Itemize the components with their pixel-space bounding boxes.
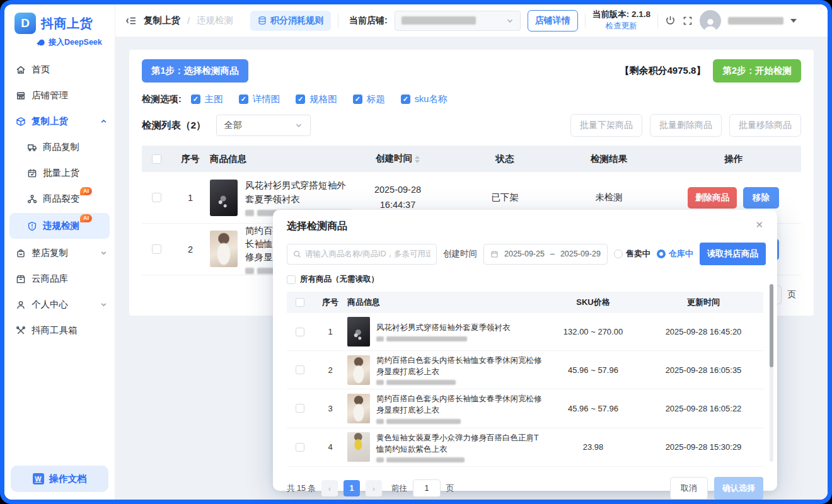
version-label: 当前版本: 2.1.8 xyxy=(592,9,650,21)
batch-remove-button[interactable]: 批量移除商品 xyxy=(729,114,801,137)
batch-delete-button[interactable]: 批量删除商品 xyxy=(650,114,722,137)
checkbox[interactable] xyxy=(239,94,248,104)
version-block: 当前版本: 2.1.8 检查更新 xyxy=(592,9,650,32)
batch-unshelve-button[interactable]: 批量下架商品 xyxy=(570,114,642,137)
radio-icon[interactable] xyxy=(614,249,623,258)
status-text: 已下架 xyxy=(458,192,552,203)
col-header-index: 序号 xyxy=(313,297,347,308)
points-rule-label: 积分消耗规则 xyxy=(270,15,323,26)
caret-down-icon[interactable] xyxy=(790,19,797,23)
sort-icon[interactable] xyxy=(415,156,420,163)
table-row: 1 风花衬衫男式穿搭短袖外套夏季领衬衣 132.00 ~ 270.00 2025… xyxy=(287,313,763,351)
option-detail-image[interactable]: 详情图 xyxy=(239,93,280,105)
updated-time: 2025-09-28 16:45:20 xyxy=(644,327,763,336)
network-icon xyxy=(27,194,37,204)
sidebar-item-label: 商品裂变AI xyxy=(43,193,79,205)
sidebar: D 抖商上货 接入DeepSeek 首页 店铺管理 复制上货 xyxy=(4,4,115,500)
sidebar-item-product-fission[interactable]: 商品裂变AI xyxy=(4,186,115,212)
col-header-info: 商品信息 xyxy=(210,153,338,165)
option-title[interactable]: 标题 xyxy=(353,93,385,105)
product-title: 简约百搭白色套头内搭长袖恤女春季休闲宽松修身显瘦打底衫上衣 xyxy=(376,393,543,416)
row-checkbox[interactable] xyxy=(152,244,161,254)
row-checkbox[interactable] xyxy=(296,404,304,413)
select-all-checkbox[interactable] xyxy=(152,154,161,164)
col-header-status: 状态 xyxy=(458,153,552,165)
row-checkbox[interactable] xyxy=(296,328,304,336)
points-rule-button[interactable]: 积分消耗规则 xyxy=(250,11,331,31)
status-filter-select[interactable]: 全部 xyxy=(216,115,311,136)
redacted-store-name xyxy=(402,16,476,25)
option-sku-name[interactable]: sku名称 xyxy=(401,93,448,105)
search-icon xyxy=(293,250,301,258)
close-icon[interactable]: ✕ xyxy=(755,220,763,229)
breadcrumb-root[interactable]: 复制上货 xyxy=(144,14,180,26)
sidebar-item-copy-upload[interactable]: 复制上货 xyxy=(4,108,115,134)
row-checkbox[interactable] xyxy=(152,193,161,202)
all-products-checkbox[interactable] xyxy=(287,275,296,284)
cancel-button[interactable]: 取消 xyxy=(670,477,708,500)
sidebar-item-batch-upload[interactable]: 批量上货 xyxy=(4,160,115,186)
row-checkbox[interactable] xyxy=(296,365,304,374)
option-main-image[interactable]: 主图 xyxy=(191,93,223,105)
option-label: 标题 xyxy=(367,93,385,105)
updated-time: 2025-09-28 16:05:35 xyxy=(644,365,763,375)
modal-title: 选择检测商品 xyxy=(287,220,347,233)
search-input[interactable] xyxy=(305,249,430,258)
check-update-link[interactable]: 检查更新 xyxy=(592,21,650,32)
fullscreen-icon[interactable] xyxy=(683,16,693,26)
power-icon[interactable] xyxy=(665,15,676,26)
user-avatar[interactable] xyxy=(700,10,721,32)
select-all-checkbox[interactable] xyxy=(296,298,304,307)
step2-start-check-button[interactable]: 第2步：开始检测 xyxy=(713,59,801,83)
sidebar-item-store-management[interactable]: 店铺管理 xyxy=(4,83,115,108)
store-detail-button[interactable]: 店铺详情 xyxy=(528,10,578,32)
date-range-picker[interactable]: 2025-09-25 – 2025-09-29 xyxy=(483,244,608,265)
delete-product-button[interactable]: 删除商品 xyxy=(688,187,737,209)
radio-icon[interactable] xyxy=(657,249,666,258)
radio-label: 售卖中 xyxy=(626,248,650,260)
scrollbar-thumb[interactable] xyxy=(770,284,773,367)
sidebar-item-product-copy[interactable]: 商品复制 xyxy=(4,134,115,160)
sidebar-item-toolbox[interactable]: 抖商工具箱 xyxy=(4,318,115,343)
all-products-row[interactable]: 所有商品（无需读取） xyxy=(287,274,763,285)
option-label: sku名称 xyxy=(415,93,448,105)
store-select[interactable] xyxy=(395,11,521,31)
table-row: 2 简约百搭白色套头内搭长袖恤女春季休闲宽松修身显瘦打底衫上衣 45.96 ~ … xyxy=(287,351,763,389)
col-header-ctime[interactable]: 创建时间 xyxy=(338,151,458,166)
current-page-button[interactable]: 1 xyxy=(344,480,360,496)
sidebar-item-personal-center[interactable]: 个人中心 xyxy=(4,292,115,318)
sidebar-item-violation-check[interactable]: 违规检测AI xyxy=(9,213,110,239)
col-header-info: 商品信息 xyxy=(347,293,543,312)
goto-label: 前往 xyxy=(391,483,407,494)
remove-button[interactable]: 移除 xyxy=(743,187,779,209)
next-page-button[interactable]: › xyxy=(366,480,382,496)
checkbox[interactable] xyxy=(401,94,410,104)
sidebar-item-cloud-product-library[interactable]: 云商品库 xyxy=(4,266,115,292)
step1-select-products-button[interactable]: 第1步：选择检测商品 xyxy=(142,59,248,83)
sidebar-item-home[interactable]: 首页 xyxy=(4,57,115,83)
radio-selling[interactable]: 售卖中 xyxy=(614,248,650,260)
modal-table-scroll-area: 1 风花衬衫男式穿搭短袖外套夏季领衬衣 132.00 ~ 270.00 2025… xyxy=(287,313,763,469)
collapse-sidebar-icon[interactable] xyxy=(125,16,137,26)
sidebar-item-label: 批量上货 xyxy=(43,167,79,179)
confirm-select-button[interactable]: 确认选择 xyxy=(714,477,763,500)
radio-warehouse[interactable]: 仓库中 xyxy=(657,248,693,260)
checkbox[interactable] xyxy=(191,94,200,104)
product-search-box[interactable] xyxy=(287,244,437,265)
checkbox[interactable] xyxy=(296,94,305,104)
operation-docs-button[interactable]: W 操作文档 xyxy=(11,466,108,492)
fetch-store-products-button[interactable]: 读取抖店商品 xyxy=(700,243,766,265)
row-checkbox[interactable] xyxy=(296,443,304,452)
option-spec-image[interactable]: 规格图 xyxy=(296,93,337,105)
table-row: 3 简约百搭白色套头内搭长袖恤女春季休闲宽松修身显瘦打底衫上衣 45.96 ~ … xyxy=(287,389,763,428)
chevron-down-icon xyxy=(100,249,107,256)
checkbox[interactable] xyxy=(353,94,362,104)
sidebar-item-whole-store-copy[interactable]: 整店复制 xyxy=(4,240,115,266)
modal-scrollbar[interactable] xyxy=(770,284,773,462)
modal-filter-row: 创建时间 2025-09-25 – 2025-09-29 售卖中 仓库中 读取抖… xyxy=(287,243,763,265)
goto-page-input[interactable] xyxy=(413,479,441,497)
list-toolbar-row: 检测列表（2） 全部 批量下架商品 批量删除商品 批量移除商品 xyxy=(142,114,801,137)
divider xyxy=(338,14,338,28)
row-index: 1 xyxy=(313,327,347,336)
prev-page-button[interactable]: ‹ xyxy=(321,480,338,496)
